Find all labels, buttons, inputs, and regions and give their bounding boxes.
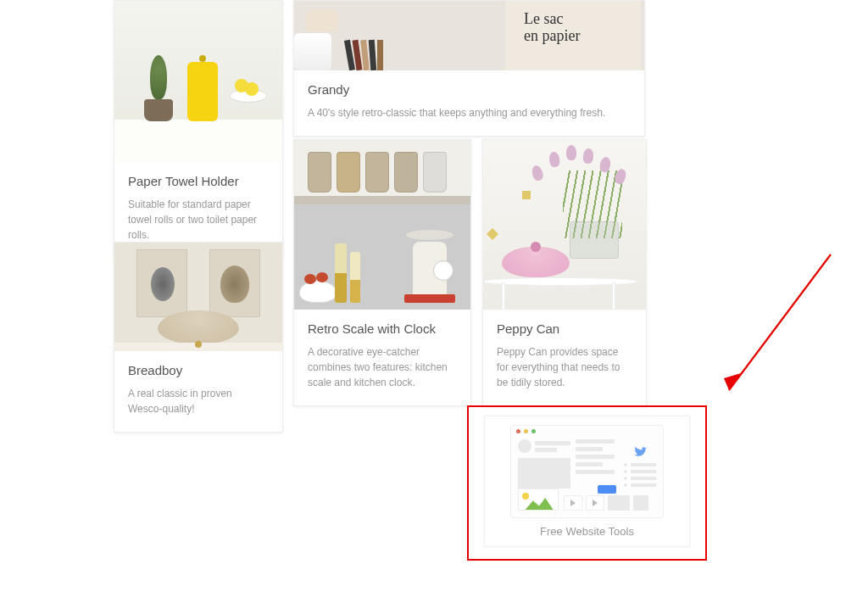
window-controls-icon bbox=[516, 429, 536, 433]
card-description: Peppy Can provides space for everything … bbox=[497, 344, 632, 390]
card-retro-scale[interactable]: Retro Scale with Clock A decorative eye-… bbox=[293, 139, 471, 406]
ad-free-website-tools[interactable]: Free Website Tools bbox=[484, 416, 690, 547]
annotation-highlight-box: Free Website Tools bbox=[467, 405, 707, 561]
card-paper-towel-holder[interactable]: Paper Towel Holder Suitable for standard… bbox=[114, 0, 283, 259]
ad-label: Free Website Tools bbox=[485, 525, 689, 538]
image-placeholder-icon bbox=[518, 489, 559, 511]
card-image bbox=[294, 140, 470, 310]
card-image bbox=[294, 1, 644, 70]
card-title: Breadboy bbox=[128, 363, 269, 377]
card-description: A decorative eye-catcher combines two fe… bbox=[308, 344, 457, 390]
breadboy-icon bbox=[158, 310, 239, 344]
play-icon bbox=[564, 495, 582, 511]
card-image bbox=[483, 140, 646, 310]
peppy-can-icon bbox=[502, 247, 570, 277]
card-title: Retro Scale with Clock bbox=[308, 321, 457, 336]
card-peppy-can[interactable]: Peppy Can Peppy Can provides space for e… bbox=[482, 139, 647, 406]
svg-marker-1 bbox=[724, 373, 741, 390]
card-grandy[interactable]: Grandy A 40's style retro-classic that k… bbox=[293, 0, 645, 137]
card-image bbox=[114, 243, 282, 351]
card-description: A real classic in proven Wesco-quality! bbox=[128, 386, 269, 416]
scale-icon bbox=[399, 230, 460, 303]
annotation-arrow-icon bbox=[712, 246, 848, 407]
play-icon bbox=[586, 495, 604, 511]
bird-logo-icon bbox=[632, 444, 649, 460]
card-image bbox=[114, 1, 282, 162]
card-breadboy[interactable]: Breadboy A real classic in proven Wesco-… bbox=[114, 242, 283, 433]
svg-line-0 bbox=[729, 254, 831, 390]
card-description: A 40's style retro-classic that keeps an… bbox=[308, 105, 631, 120]
card-description: Suitable for standard paper towel rolls … bbox=[128, 197, 269, 243]
ad-illustration bbox=[510, 425, 664, 518]
paper-bag-icon bbox=[505, 1, 641, 70]
card-title: Grandy bbox=[308, 82, 631, 97]
card-title: Peppy Can bbox=[497, 321, 632, 336]
card-title: Paper Towel Holder bbox=[128, 174, 269, 188]
